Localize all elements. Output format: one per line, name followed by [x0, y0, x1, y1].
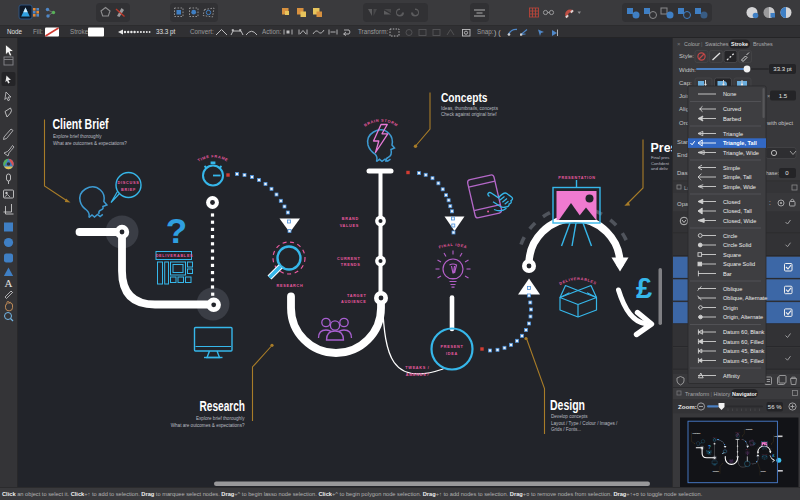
svg-text:RESEARCH: RESEARCH	[277, 284, 304, 288]
svg-text:Oblique: Oblique	[723, 286, 742, 292]
svg-text:Research: Research	[200, 398, 246, 414]
svg-text:Closed: Closed	[723, 199, 740, 205]
svg-text:Brushes: Brushes	[753, 41, 773, 47]
svg-text:Simple, Wide: Simple, Wide	[723, 184, 756, 190]
svg-text:) (: ) (	[494, 29, 501, 37]
svg-text:|: |	[701, 41, 702, 47]
svg-text:Affinity: Affinity	[723, 373, 740, 379]
svg-text:Width:: Width:	[679, 67, 696, 73]
svg-text:AMENDS?: AMENDS?	[406, 373, 430, 377]
svg-text:|: |	[711, 391, 712, 397]
svg-text:PRESENTATION: PRESENTATION	[558, 176, 596, 180]
svg-text:Snap:: Snap:	[477, 28, 494, 36]
svg-text:Triangle: Triangle	[723, 131, 743, 137]
svg-text::: :	[769, 199, 771, 206]
svg-text:Develop concepts: Develop concepts	[551, 414, 588, 419]
svg-text:and deliv: and deliv	[651, 166, 669, 171]
svg-text:TWEAKS /: TWEAKS /	[405, 366, 429, 370]
svg-text:Simple, Tall: Simple, Tall	[723, 174, 752, 180]
svg-text:Datum 45, Filled: Datum 45, Filled	[723, 358, 764, 364]
svg-text:Ideas, thumbnails, concepts: Ideas, thumbnails, concepts	[441, 106, 499, 111]
svg-text:Datum 60, Blank: Datum 60, Blank	[723, 329, 765, 335]
svg-text:PRESENT: PRESENT	[441, 345, 464, 349]
svg-text:DELIVERABLES: DELIVERABLES	[559, 277, 598, 286]
svg-text:?: ?	[166, 211, 187, 250]
svg-text:33.3 pt: 33.3 pt	[773, 66, 792, 72]
svg-text:BRAND: BRAND	[342, 217, 359, 221]
svg-text:33.3 pt: 33.3 pt	[156, 28, 176, 36]
svg-text:Convert:: Convert:	[190, 28, 214, 35]
svg-text:None: None	[723, 91, 736, 97]
svg-text:Triangle, Wide: Triangle, Wide	[723, 150, 759, 156]
svg-text:What are outcomes & expectatio: What are outcomes & expectations?	[53, 141, 127, 146]
svg-text:Stroke:: Stroke:	[70, 28, 90, 35]
svg-text:What are outcomes & expectatio: What are outcomes & expectations?	[171, 423, 245, 428]
svg-text:Barbed: Barbed	[723, 116, 741, 122]
svg-text:Layout / Type / Colour / Image: Layout / Type / Colour / Images /	[551, 421, 618, 426]
svg-text:TARGET: TARGET	[347, 294, 367, 298]
svg-text:Concepts: Concepts	[441, 90, 488, 105]
svg-text:Square: Square	[723, 252, 741, 258]
svg-text:£: £	[636, 272, 652, 304]
svg-text:Grids / Fonts...: Grids / Fonts...	[551, 427, 581, 432]
svg-text:Oblique, Alternate: Oblique, Alternate	[723, 295, 767, 301]
svg-text:×: ×	[767, 93, 770, 99]
svg-text:Explore brief thoroughly: Explore brief thoroughly	[196, 416, 245, 421]
svg-text:Final pres: Final pres	[651, 155, 669, 160]
svg-text:Closed, Tall: Closed, Tall	[723, 208, 752, 214]
svg-text:History: History	[714, 391, 731, 397]
svg-text:Cap:: Cap:	[679, 80, 692, 86]
svg-text:FINAL IDEA: FINAL IDEA	[438, 243, 468, 250]
svg-text:1.5: 1.5	[779, 93, 788, 99]
svg-text:Explore brief thoroughly: Explore brief thoroughly	[53, 134, 102, 139]
svg-text:Client Brief: Client Brief	[53, 116, 109, 132]
svg-text:Zoom:: Zoom:	[678, 403, 697, 410]
svg-text:AUDIENCE: AUDIENCE	[341, 300, 366, 304]
svg-text:TRENDS: TRENDS	[341, 263, 361, 267]
svg-text:Triangle, Tall: Triangle, Tall	[723, 140, 757, 146]
svg-text:Action:: Action:	[262, 28, 282, 35]
svg-text:DISCUSS: DISCUSS	[118, 181, 140, 185]
svg-text:A: A	[5, 277, 13, 289]
svg-text:56 %: 56 %	[768, 404, 782, 410]
svg-text:Simple: Simple	[723, 165, 740, 171]
svg-text:Stroke: Stroke	[731, 41, 748, 47]
svg-text:Origin: Origin	[723, 305, 738, 311]
svg-text:Design: Design	[550, 397, 585, 413]
svg-text:Closed, Wide: Closed, Wide	[723, 218, 756, 224]
svg-text:with object: with object	[766, 120, 793, 126]
svg-text:Square Solid: Square Solid	[723, 261, 755, 267]
svg-text:BRAIN STORM: BRAIN STORM	[363, 118, 398, 127]
svg-text:Bar: Bar	[723, 271, 732, 277]
svg-text:Circle: Circle	[723, 233, 737, 239]
svg-text:DELIVERABLES: DELIVERABLES	[156, 254, 194, 258]
svg-text:IDEA: IDEA	[446, 352, 458, 356]
svg-text:CURRENT: CURRENT	[337, 257, 360, 261]
svg-text:Node: Node	[7, 28, 23, 35]
svg-text:Colour: Colour	[684, 41, 700, 47]
svg-text:×: ×	[677, 41, 681, 47]
svg-text:Datum 60, Filled: Datum 60, Filled	[723, 339, 764, 345]
svg-text:Confident: Confident	[651, 161, 670, 166]
svg-text:Navigator: Navigator	[732, 391, 758, 397]
svg-text:Curved: Curved	[723, 106, 741, 112]
svg-text:Circle Solid: Circle Solid	[723, 242, 751, 248]
svg-text:Pres: Pres	[651, 140, 673, 155]
svg-text:Datum 45, Blank: Datum 45, Blank	[723, 348, 765, 354]
svg-text:Origin, Alternate: Origin, Alternate	[723, 314, 763, 320]
svg-text:Transform: Transform	[685, 391, 710, 397]
svg-text:Style:: Style:	[679, 53, 694, 59]
svg-text:Swatches: Swatches	[705, 41, 729, 47]
svg-text:TIME FRAME: TIME FRAME	[197, 154, 229, 162]
svg-text:Transform:: Transform:	[358, 28, 388, 35]
svg-text:VALUES: VALUES	[340, 224, 359, 228]
svg-text:Fill:: Fill:	[33, 28, 43, 35]
svg-text:Check against original brief: Check against original brief	[441, 112, 497, 117]
svg-text:BRIEF: BRIEF	[121, 188, 136, 192]
